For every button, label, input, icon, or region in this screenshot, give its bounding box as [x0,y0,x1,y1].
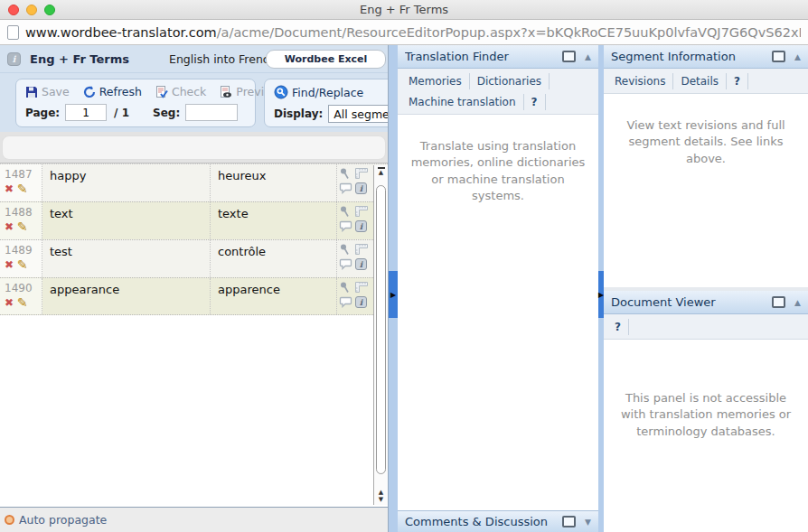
delete-row-icon[interactable]: ✖ [5,221,14,232]
comment-bubble-icon[interactable] [339,182,352,194]
seg-input[interactable] [185,104,238,121]
tab-help[interactable]: ? [727,73,748,89]
document-info-icon[interactable]: i [7,52,21,66]
table-row: 1488 ✖ ✎ text texte i [0,201,388,239]
comment-bubble-icon[interactable] [339,220,352,232]
url-path: /a/acme/Document/ResourceEditorPopup.asp… [217,25,801,40]
collapse-right-icon: ▶ [390,291,396,299]
table-scrollbar[interactable]: ▲ ▲ ▼ [373,165,388,505]
source-text[interactable]: text [42,202,210,239]
splitter-left-handle[interactable]: ▶ [389,271,398,318]
right-column: Segment Information ▲ Revisions Details … [604,45,808,532]
url-text[interactable]: www.wordbee-translator.com/a/acme/Docume… [25,25,801,40]
document-header: i Eng + Fr Terms English into French ▼ W… [0,45,388,73]
pin-icon[interactable] [339,167,352,180]
source-text[interactable]: test [42,240,210,277]
tab-details[interactable]: Details [673,73,727,89]
collapse-up-icon[interactable]: ▲ [794,52,801,61]
table-row: 1489 ✖ ✎ test contrôle i [0,239,388,277]
comment-bubble-icon[interactable] [339,296,352,308]
pin-icon[interactable] [339,281,352,294]
page-input[interactable] [65,104,107,121]
scroll-up-icon[interactable]: ▲ [374,489,388,496]
window-titlebar: Eng + Fr Terms [0,0,808,20]
edit-row-icon[interactable]: ✎ [17,258,28,271]
target-text[interactable]: contrôle [210,240,336,277]
display-select[interactable]: All segments [328,105,388,123]
pin-icon[interactable] [339,243,352,256]
toolbar-file-group: Save Refresh Check Preview [15,79,256,127]
find-replace-button[interactable]: Find/Replace [274,85,363,99]
translation-finder-body: Translate using translation memories, on… [398,115,598,510]
maximize-icon[interactable] [772,51,785,62]
maximize-icon[interactable] [772,296,785,308]
source-text[interactable]: happy [42,164,210,201]
window-title: Eng + Fr Terms [0,3,808,16]
target-text[interactable]: apparence [210,278,336,314]
scroll-down-icon[interactable]: ▼ [374,496,388,503]
segment-information-panel: Segment Information ▲ Revisions Details … [604,45,808,287]
row-icons-cell: i [336,164,373,201]
page-label: Page: [25,107,60,119]
preview-icon [220,86,232,98]
table-row: 1487 ✖ ✎ happy heureux i [0,163,388,201]
document-viewer-header: Document Viewer ▲ [604,291,808,314]
maximize-icon[interactable] [562,516,576,527]
tab-machine-translation[interactable]: Machine translation [401,94,524,110]
segment-number: 1490 [5,282,38,294]
tab-help[interactable]: ? [524,94,546,110]
refresh-button[interactable]: Refresh [83,85,142,98]
delete-row-icon[interactable]: ✖ [5,259,14,270]
segment-info-icon[interactable]: i [355,182,367,194]
delete-row-icon[interactable]: ✖ [5,297,14,308]
expand-down-icon[interactable]: ▼ [585,518,591,527]
save-button[interactable]: Save [25,85,70,98]
scrollbar-thumb[interactable] [376,185,386,474]
search-icon [274,85,288,99]
minimize-window-button[interactable] [26,5,37,15]
ruler-icon[interactable] [354,243,369,256]
splitter-left[interactable]: ▶ [388,45,398,532]
tab-memories[interactable]: Memories [401,73,470,89]
edit-row-icon[interactable]: ✎ [17,220,28,233]
translation-finder-panel: Translation Finder ▲ Memories Dictionari… [398,45,598,532]
auto-propagate-icon[interactable] [5,515,14,525]
scroll-top-icon[interactable]: ▲ [374,167,388,176]
segment-info-icon[interactable]: i [355,220,367,232]
close-window-button[interactable] [8,5,19,15]
placeholder-text: View text revisions and full segment det… [614,117,798,167]
panel-title: Document Viewer [611,295,772,309]
segment-information-header: Segment Information ▲ [604,45,808,69]
language-pair-label: English into French [169,52,277,66]
seg-label: Seg: [153,107,180,119]
collapse-up-icon[interactable]: ▲ [585,52,591,61]
browser-url-bar[interactable]: www.wordbee-translator.com/a/acme/Docume… [0,20,808,45]
delete-row-icon[interactable]: ✖ [5,183,14,194]
tab-revisions[interactable]: Revisions [607,73,673,89]
collapse-up-icon[interactable]: ▲ [794,298,801,307]
zoom-window-button[interactable] [44,5,55,15]
toolbar: Save Refresh Check Preview [0,73,388,132]
format-badge[interactable]: Wordbee Excel [266,50,386,69]
comments-panel-header[interactable]: Comments & Discussion ▼ [398,510,598,532]
row-meta-cell: 1489 ✖ ✎ [0,240,42,277]
ruler-icon[interactable] [354,281,369,294]
comment-bubble-icon[interactable] [339,258,352,270]
segment-info-icon[interactable]: i [355,258,367,270]
maximize-icon[interactable] [562,51,576,62]
edit-row-icon[interactable]: ✎ [17,296,28,309]
ruler-icon[interactable] [354,167,369,180]
tab-dictionaries[interactable]: Dictionaries [470,73,550,89]
segment-info-icon[interactable]: i [355,296,367,308]
display-value: All segments [334,107,388,121]
target-text[interactable]: heureux [210,164,336,201]
edit-row-icon[interactable]: ✎ [17,182,28,195]
ruler-icon[interactable] [354,205,369,218]
source-text[interactable]: appearance [42,278,210,314]
translation-finder-tabs: Memories Dictionaries Machine translatio… [398,69,598,115]
target-text[interactable]: texte [210,202,336,239]
auto-propagate-label[interactable]: Auto propagate [19,513,107,527]
pin-icon[interactable] [339,205,352,218]
check-button[interactable]: Check [155,85,206,98]
tab-help[interactable]: ? [607,319,629,335]
